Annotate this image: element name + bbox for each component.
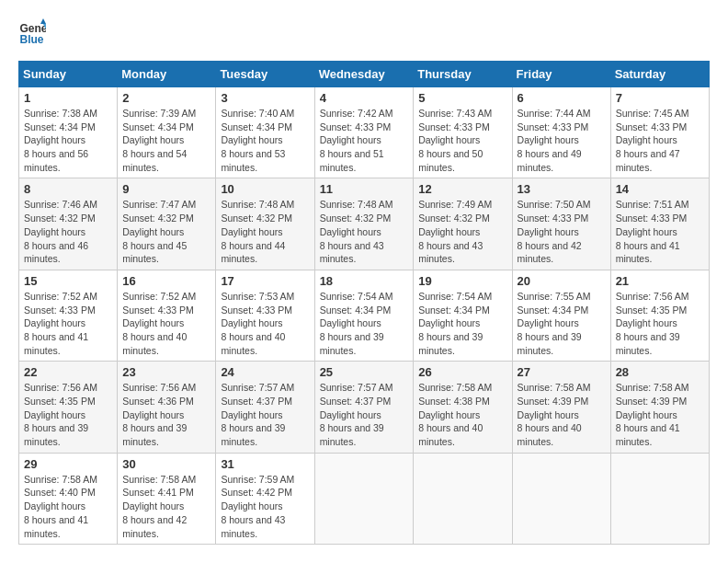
calendar-day-cell: 3 Sunrise: 7:40 AM Sunset: 4:34 PM Dayli…: [216, 87, 314, 178]
day-number: 25: [320, 365, 409, 379]
day-number: 4: [320, 91, 409, 105]
calendar-day-cell: [512, 453, 610, 544]
svg-marker-2: [40, 18, 46, 24]
day-number: 29: [24, 457, 112, 471]
calendar-day-cell: 31 Sunrise: 7:59 AM Sunset: 4:42 PM Dayl…: [216, 453, 314, 544]
calendar-day-cell: 16 Sunrise: 7:52 AM Sunset: 4:33 PM Dayl…: [118, 270, 216, 361]
day-info: Sunrise: 7:59 AM Sunset: 4:42 PM Dayligh…: [221, 474, 294, 539]
day-number: 5: [418, 91, 506, 105]
day-number: 1: [24, 91, 112, 105]
weekday-header-row: SundayMondayTuesdayWednesdayThursdayFrid…: [19, 62, 710, 87]
day-number: 24: [221, 365, 309, 379]
calendar-day-cell: 7 Sunrise: 7:45 AM Sunset: 4:33 PM Dayli…: [610, 87, 709, 178]
day-info: Sunrise: 7:52 AM Sunset: 4:33 PM Dayligh…: [24, 291, 97, 356]
calendar-day-cell: [414, 453, 512, 544]
day-info: Sunrise: 7:51 AM Sunset: 4:33 PM Dayligh…: [616, 199, 689, 264]
day-number: 6: [518, 91, 606, 105]
calendar-day-cell: 25 Sunrise: 7:57 AM Sunset: 4:37 PM Dayl…: [314, 362, 414, 453]
calendar-day-cell: 19 Sunrise: 7:54 AM Sunset: 4:34 PM Dayl…: [414, 270, 512, 361]
calendar-day-cell: 8 Sunrise: 7:46 AM Sunset: 4:32 PM Dayli…: [19, 178, 118, 270]
day-number: 17: [221, 274, 309, 288]
logo: General Blue: [18, 18, 50, 46]
calendar-day-cell: 24 Sunrise: 7:57 AM Sunset: 4:37 PM Dayl…: [216, 362, 314, 453]
day-info: Sunrise: 7:43 AM Sunset: 4:33 PM Dayligh…: [418, 108, 492, 173]
calendar-day-cell: 22 Sunrise: 7:56 AM Sunset: 4:35 PM Dayl…: [19, 362, 118, 453]
weekday-header-cell: Saturday: [610, 62, 709, 87]
day-info: Sunrise: 7:58 AM Sunset: 4:38 PM Dayligh…: [418, 382, 492, 447]
day-number: 8: [24, 182, 112, 196]
day-info: Sunrise: 7:49 AM Sunset: 4:32 PM Dayligh…: [418, 199, 492, 264]
day-number: 22: [24, 365, 112, 379]
day-info: Sunrise: 7:58 AM Sunset: 4:41 PM Dayligh…: [122, 474, 196, 539]
day-number: 7: [616, 91, 704, 105]
day-info: Sunrise: 7:46 AM Sunset: 4:32 PM Dayligh…: [24, 199, 97, 264]
day-info: Sunrise: 7:57 AM Sunset: 4:37 PM Dayligh…: [221, 382, 294, 447]
day-number: 31: [221, 457, 309, 471]
calendar-day-cell: 21 Sunrise: 7:56 AM Sunset: 4:35 PM Dayl…: [610, 270, 709, 361]
day-number: 2: [122, 91, 210, 105]
day-info: Sunrise: 7:58 AM Sunset: 4:39 PM Dayligh…: [518, 382, 591, 447]
calendar-day-cell: [314, 453, 414, 544]
calendar-day-cell: 14 Sunrise: 7:51 AM Sunset: 4:33 PM Dayl…: [610, 178, 709, 270]
day-info: Sunrise: 7:57 AM Sunset: 4:37 PM Dayligh…: [320, 382, 393, 447]
calendar-day-cell: 27 Sunrise: 7:58 AM Sunset: 4:39 PM Dayl…: [512, 362, 610, 453]
day-info: Sunrise: 7:52 AM Sunset: 4:33 PM Dayligh…: [122, 291, 196, 356]
calendar-week-row: 22 Sunrise: 7:56 AM Sunset: 4:35 PM Dayl…: [19, 362, 710, 453]
calendar-day-cell: 15 Sunrise: 7:52 AM Sunset: 4:33 PM Dayl…: [19, 270, 118, 361]
day-number: 9: [122, 182, 210, 196]
day-number: 19: [418, 274, 506, 288]
day-info: Sunrise: 7:54 AM Sunset: 4:34 PM Dayligh…: [418, 291, 492, 356]
day-number: 16: [122, 274, 210, 288]
calendar-day-cell: 20 Sunrise: 7:55 AM Sunset: 4:34 PM Dayl…: [512, 270, 610, 361]
day-number: 10: [221, 182, 309, 196]
day-info: Sunrise: 7:53 AM Sunset: 4:33 PM Dayligh…: [221, 291, 294, 356]
calendar-day-cell: 28 Sunrise: 7:58 AM Sunset: 4:39 PM Dayl…: [610, 362, 709, 453]
calendar-day-cell: 30 Sunrise: 7:58 AM Sunset: 4:41 PM Dayl…: [118, 453, 216, 544]
day-info: Sunrise: 7:58 AM Sunset: 4:40 PM Dayligh…: [24, 474, 97, 539]
calendar-day-cell: 2 Sunrise: 7:39 AM Sunset: 4:34 PM Dayli…: [118, 87, 216, 178]
calendar-body: 1 Sunrise: 7:38 AM Sunset: 4:34 PM Dayli…: [19, 87, 710, 545]
calendar-day-cell: 26 Sunrise: 7:58 AM Sunset: 4:38 PM Dayl…: [414, 362, 512, 453]
day-number: 15: [24, 274, 112, 288]
calendar-day-cell: 13 Sunrise: 7:50 AM Sunset: 4:33 PM Dayl…: [512, 178, 610, 270]
day-info: Sunrise: 7:56 AM Sunset: 4:35 PM Dayligh…: [24, 382, 97, 447]
day-number: 21: [616, 274, 704, 288]
day-info: Sunrise: 7:42 AM Sunset: 4:33 PM Dayligh…: [320, 108, 393, 173]
day-info: Sunrise: 7:44 AM Sunset: 4:33 PM Dayligh…: [518, 108, 591, 173]
day-info: Sunrise: 7:38 AM Sunset: 4:34 PM Dayligh…: [24, 108, 97, 173]
calendar-day-cell: 6 Sunrise: 7:44 AM Sunset: 4:33 PM Dayli…: [512, 87, 610, 178]
calendar-day-cell: 5 Sunrise: 7:43 AM Sunset: 4:33 PM Dayli…: [414, 87, 512, 178]
calendar-day-cell: [610, 453, 709, 544]
calendar-table: SundayMondayTuesdayWednesdayThursdayFrid…: [18, 61, 710, 545]
calendar-week-row: 8 Sunrise: 7:46 AM Sunset: 4:32 PM Dayli…: [19, 178, 710, 270]
calendar-week-row: 15 Sunrise: 7:52 AM Sunset: 4:33 PM Dayl…: [19, 270, 710, 361]
day-number: 11: [320, 182, 409, 196]
day-number: 30: [122, 457, 210, 471]
calendar-day-cell: 1 Sunrise: 7:38 AM Sunset: 4:34 PM Dayli…: [19, 87, 118, 178]
day-number: 13: [518, 182, 606, 196]
day-info: Sunrise: 7:50 AM Sunset: 4:33 PM Dayligh…: [518, 199, 591, 264]
calendar-week-row: 29 Sunrise: 7:58 AM Sunset: 4:40 PM Dayl…: [19, 453, 710, 544]
page-header: General Blue: [18, 18, 710, 46]
day-number: 26: [418, 365, 506, 379]
svg-text:Blue: Blue: [20, 33, 44, 46]
day-info: Sunrise: 7:39 AM Sunset: 4:34 PM Dayligh…: [122, 108, 196, 173]
day-info: Sunrise: 7:56 AM Sunset: 4:36 PM Dayligh…: [122, 382, 196, 447]
calendar-day-cell: 11 Sunrise: 7:48 AM Sunset: 4:32 PM Dayl…: [314, 178, 414, 270]
calendar-week-row: 1 Sunrise: 7:38 AM Sunset: 4:34 PM Dayli…: [19, 87, 710, 178]
day-info: Sunrise: 7:48 AM Sunset: 4:32 PM Dayligh…: [221, 199, 294, 264]
day-number: 14: [616, 182, 704, 196]
weekday-header-cell: Friday: [512, 62, 610, 87]
day-number: 18: [320, 274, 409, 288]
day-number: 20: [518, 274, 606, 288]
calendar-day-cell: 4 Sunrise: 7:42 AM Sunset: 4:33 PM Dayli…: [314, 87, 414, 178]
calendar-day-cell: 23 Sunrise: 7:56 AM Sunset: 4:36 PM Dayl…: [118, 362, 216, 453]
calendar-day-cell: 12 Sunrise: 7:49 AM Sunset: 4:32 PM Dayl…: [414, 178, 512, 270]
day-number: 27: [518, 365, 606, 379]
day-number: 28: [616, 365, 704, 379]
day-info: Sunrise: 7:45 AM Sunset: 4:33 PM Dayligh…: [616, 108, 689, 173]
calendar-day-cell: 18 Sunrise: 7:54 AM Sunset: 4:34 PM Dayl…: [314, 270, 414, 361]
day-number: 23: [122, 365, 210, 379]
weekday-header-cell: Tuesday: [216, 62, 314, 87]
day-number: 3: [221, 91, 309, 105]
